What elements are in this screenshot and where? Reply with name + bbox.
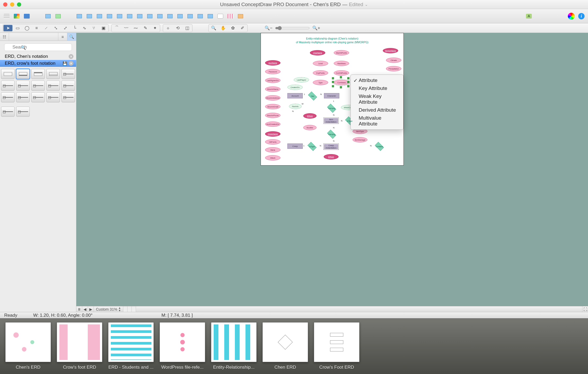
- chevron-down-icon[interactable]: ⌄: [365, 2, 368, 7]
- attr-idnum2[interactable]: IDNum: [324, 154, 339, 159]
- curve-tool[interactable]: ∿: [80, 25, 89, 31]
- chain-horizontal-icon[interactable]: [75, 12, 83, 20]
- attr-regionname[interactable]: RegionName: [383, 48, 398, 53]
- attr-password[interactable]: Password: [265, 69, 280, 74]
- chain-vertical-icon[interactable]: [85, 12, 93, 20]
- zoom-tool[interactable]: 🔍: [209, 25, 218, 31]
- stencil-relation-zero-one[interactable]: [31, 81, 45, 91]
- template-chen-erd-2[interactable]: Chen ERD: [262, 322, 308, 370]
- attr-sbscrbraddr[interactable]: SbscrbrAddress: [265, 95, 280, 101]
- attr-mana[interactable]: Mana: [265, 147, 280, 153]
- chain-branch-icon[interactable]: [95, 12, 103, 20]
- rel-istype-creep[interactable]: IsType: [306, 143, 318, 150]
- attr-modifier[interactable]: Modifier: [303, 125, 317, 130]
- attr-sbscrbrphone[interactable]: SbscrbrPhone: [265, 113, 280, 118]
- entity-creepinst[interactable]: Creep Instantiation: [323, 143, 339, 150]
- attr-hitpoints[interactable]: HitPoints: [265, 139, 280, 145]
- pause-icon[interactable]: ⏸: [76, 306, 82, 312]
- ungroup-icon[interactable]: [176, 12, 184, 20]
- bezier-tool[interactable]: 〰: [122, 25, 131, 31]
- shape-ops-tool[interactable]: ◫: [183, 25, 192, 31]
- template-students[interactable]: ERD - Students and ...: [108, 322, 154, 370]
- attr-creepname[interactable]: CreepName: [265, 131, 280, 137]
- stack-icon[interactable]: [146, 12, 154, 20]
- search-tab-icon[interactable]: 🔍: [67, 33, 76, 41]
- scribble-tool[interactable]: ✦: [150, 25, 159, 31]
- elbow-tool[interactable]: └: [70, 25, 79, 31]
- stepper-icon[interactable]: ▲▼: [118, 307, 121, 312]
- stencil-relation-one-many[interactable]: [62, 81, 75, 91]
- stencil-entity-3[interactable]: [31, 69, 45, 79]
- minimize-icon[interactable]: [10, 2, 14, 7]
- color-picker-icon[interactable]: [567, 12, 575, 20]
- library-tab-icon[interactable]: ☷: [0, 33, 9, 41]
- zoom-in-icon[interactable]: 🔍+: [312, 25, 321, 31]
- pointer-tool[interactable]: ➤: [3, 25, 12, 31]
- smart-connector-tool[interactable]: ⤢: [61, 25, 70, 31]
- arc-tool[interactable]: ⌒: [112, 25, 121, 31]
- attr-sbscrbremail[interactable]: SbscrbrEmail: [265, 104, 280, 109]
- attr-sbscrbrname[interactable]: SbscrbrName: [265, 86, 280, 92]
- library-search-input[interactable]: [4, 44, 72, 51]
- fit-page-icon[interactable]: ⛶: [582, 306, 588, 312]
- drawing-canvas[interactable]: Entity-relationship diagram (Chen's nota…: [261, 33, 404, 166]
- ctx-weak-key-attribute[interactable]: Weak Key Attribute: [351, 92, 403, 106]
- template-crowfoot-erd[interactable]: Crow's foot ERD: [57, 322, 102, 370]
- ellipse-tool[interactable]: ◯: [23, 25, 32, 31]
- stencil-entity-4[interactable]: [46, 69, 60, 79]
- selection-handles[interactable]: [332, 78, 348, 89]
- stencil-relation-c[interactable]: [31, 92, 45, 102]
- attr-maxmana[interactable]: MaxMana: [334, 61, 349, 66]
- attr-maxhp[interactable]: MaxHitPoints: [334, 50, 349, 55]
- library-item-chen[interactable]: ERD, Chen's notation ✕: [0, 53, 76, 60]
- template-crowfoot-erd-2[interactable]: Crow's Foot ERD: [314, 322, 359, 370]
- insert-image-tool[interactable]: ▣: [99, 25, 108, 31]
- group-icon[interactable]: [166, 12, 174, 20]
- branch-tool[interactable]: ⑂: [89, 25, 98, 31]
- attr-createdon[interactable]: CreatedOn: [287, 85, 303, 90]
- stamp-tool[interactable]: ✿: [228, 25, 237, 31]
- stencil-relation-b[interactable]: [16, 92, 30, 102]
- attr-charname[interactable]: CharName: [310, 50, 325, 55]
- attr-type[interactable]: Type: [313, 80, 328, 85]
- ctx-multivalue-attribute[interactable]: Multivalue Attribute: [351, 114, 403, 128]
- template-wordpress[interactable]: WordPress file-refe...: [160, 322, 205, 370]
- stencil-relation-f[interactable]: [1, 107, 15, 117]
- grid-view-icon[interactable]: [3, 12, 11, 20]
- zoom-select[interactable]: Custom 31% ▲▼: [94, 306, 123, 312]
- rel-carrying[interactable]: Carrying: [326, 105, 337, 112]
- color-palette-icon[interactable]: [13, 12, 21, 20]
- page-thumb-1[interactable]: [123, 306, 128, 312]
- attr-exppoints[interactable]: ExpPoints: [313, 70, 328, 76]
- page-thumb-3[interactable]: [132, 306, 136, 312]
- stencil-relation-e[interactable]: [62, 92, 75, 102]
- entity-account[interactable]: Account: [287, 93, 303, 98]
- connector-tool[interactable]: ⤡: [51, 25, 60, 31]
- ctx-key-attribute[interactable]: Key Attribute: [351, 84, 403, 92]
- prev-page-icon[interactable]: ◀: [82, 306, 88, 312]
- next-page-icon[interactable]: ▶: [88, 306, 94, 312]
- list-tab-icon[interactable]: ≡: [58, 33, 67, 41]
- attr-attack[interactable]: Attack: [265, 155, 280, 160]
- page-thumb-2[interactable]: [128, 306, 132, 312]
- stencil-entity-2[interactable]: [16, 69, 30, 79]
- ctx-attribute[interactable]: Attribute: [351, 76, 403, 84]
- zoom-out-icon[interactable]: 🔍−: [264, 25, 273, 31]
- zoom-slider[interactable]: [275, 26, 310, 30]
- entity-character[interactable]: Character: [324, 93, 339, 98]
- spline-tool[interactable]: ⁓: [131, 25, 140, 31]
- rectangle-tool[interactable]: ▭: [13, 25, 22, 31]
- close-library-icon[interactable]: ✕: [69, 61, 73, 66]
- hierarchy-icon[interactable]: [54, 12, 62, 20]
- attr-level[interactable]: Level: [313, 61, 328, 66]
- align-icon[interactable]: [186, 12, 194, 20]
- entity-iteminst[interactable]: Item Instantiation: [323, 118, 339, 124]
- distribute-icon[interactable]: [156, 12, 164, 20]
- attr-itemdamage[interactable]: ItemDamage: [353, 137, 367, 142]
- info-icon[interactable]: i: [577, 12, 585, 20]
- stencil-relation-many[interactable]: [46, 81, 60, 91]
- stencil-relation-zero-many[interactable]: [62, 69, 75, 79]
- attr-idnum[interactable]: IDNum: [303, 113, 317, 119]
- layer-back-icon[interactable]: [126, 12, 134, 20]
- attr-climate[interactable]: Climate: [386, 58, 401, 63]
